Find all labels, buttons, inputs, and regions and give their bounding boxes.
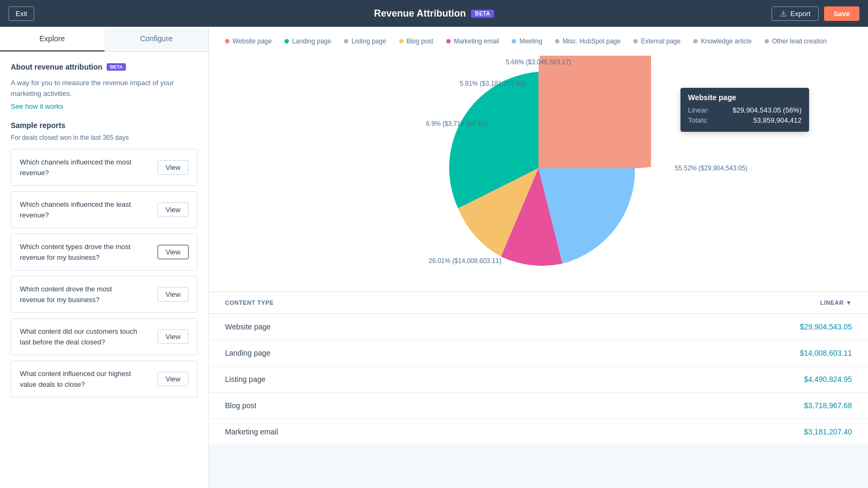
sample-card-text: Which channels influenced the least reve… [20, 199, 138, 220]
about-description: A way for you to measure the revenue imp… [11, 78, 198, 99]
table-row: Marketing email$3,181,207.40 [209, 419, 868, 445]
col-content-type: CONTENT TYPE [225, 299, 274, 306]
view-button[interactable]: View [158, 372, 189, 386]
days-label: For deals closed won in the last 365 day… [11, 134, 198, 141]
export-icon [780, 10, 787, 17]
table-cell-name: Blog post [225, 401, 256, 410]
table-row: Listing page$4,490,824.95 [209, 366, 868, 393]
table-cell-value: $14,008,603.11 [800, 349, 852, 357]
legend-dot [765, 39, 769, 43]
view-button[interactable]: View [158, 245, 189, 259]
tooltip-title: Website page [688, 93, 802, 102]
table-cell-value: $3,181,207.40 [804, 427, 852, 436]
save-button[interactable]: Save [824, 6, 859, 21]
legend-dot [399, 39, 403, 43]
export-button[interactable]: Export [772, 6, 819, 21]
sidebar-content: About revenue attribution BETA A way for… [0, 52, 208, 414]
main-layout: Explore Configure About revenue attribut… [0, 27, 868, 488]
sample-card-text: What content did our customers touch las… [20, 326, 138, 347]
sample-card: What content did our customers touch las… [11, 318, 198, 355]
beta-badge: BETA [471, 10, 493, 18]
legend-dot [555, 39, 559, 43]
sample-card-text: Which channels influenced the most reven… [20, 157, 138, 178]
col-linear[interactable]: LINEAR ▼ [820, 299, 852, 306]
legend-dot [285, 39, 289, 43]
sidebar-tabs: Explore Configure [0, 27, 208, 52]
legend-item: Blog post [399, 37, 433, 45]
tooltip-totals-label: Totals: [688, 116, 708, 124]
tab-explore[interactable]: Explore [0, 27, 104, 51]
table-row: Landing page$14,008,603.11 [209, 340, 868, 366]
legend-dot [512, 39, 516, 43]
sample-card-text: What content influenced our highest valu… [20, 369, 138, 389]
legend-label: Marketing email [454, 37, 499, 45]
chart-area: Website pageLanding pageListing pageBlog… [209, 27, 868, 292]
legend-label: External page [641, 37, 680, 45]
legend-label: Website page [233, 37, 272, 45]
view-button[interactable]: View [158, 202, 189, 217]
legend-dot [344, 39, 348, 43]
pie-label-landing: 26.01% ($14,008,603.11) [429, 257, 501, 265]
table-header: CONTENT TYPE LINEAR ▼ [209, 292, 868, 314]
legend-label: Landing page [292, 37, 331, 45]
legend-item: External page [633, 37, 680, 45]
view-button[interactable]: View [158, 287, 189, 302]
legend-dot [446, 39, 451, 43]
legend-label: Knowledge article [701, 37, 752, 45]
sample-card: Which content drove the most revenue for… [11, 276, 198, 313]
legend-item: Marketing email [446, 37, 499, 45]
tooltip-totals-value: 53,859,904,412 [753, 116, 802, 124]
header-title: Revenue Attribution [374, 8, 466, 19]
pie-label-meeting: 5.66% ($3,046,583.17) [506, 58, 571, 66]
sample-card-text: Which content drove the most revenue for… [20, 284, 138, 305]
main-content: Website pageLanding pageListing pageBlog… [209, 27, 868, 488]
sidebar: Explore Configure About revenue attribut… [0, 27, 209, 488]
sample-card-text: Which content types drove the most reven… [20, 242, 138, 262]
legend-dot [633, 39, 638, 43]
pie-label-blog: 6.9% ($3,718,967.68) [426, 120, 488, 127]
legend-item: Misc. HubSpot page [555, 37, 620, 45]
legend-label: Blog post [407, 37, 433, 45]
tooltip: Website page Linear: $29,904,543.05 (56%… [680, 88, 809, 132]
legend-item: Other lead creation [765, 37, 827, 45]
sample-card: What content influenced our highest valu… [11, 361, 198, 397]
see-how-link[interactable]: See how it works [11, 102, 63, 110]
sample-card: Which channels influenced the least reve… [11, 191, 198, 228]
table-area: CONTENT TYPE LINEAR ▼ Website page$29,90… [209, 292, 868, 445]
tooltip-linear-value: $29,904,543.05 (56%) [732, 106, 802, 114]
pie-chart [426, 56, 651, 281]
sample-reports-title: Sample reports [11, 121, 198, 130]
exit-button[interactable]: Exit [9, 6, 34, 21]
sample-card: Which content types drove the most reven… [11, 234, 198, 271]
header: Exit Revenue Attribution BETA Export Sav… [0, 0, 868, 27]
pie-wrapper: 5.66% ($3,046,583.17) 5.91% ($3,181,207.… [426, 56, 651, 281]
view-button[interactable]: View [158, 160, 189, 175]
tab-configure[interactable]: Configure [104, 27, 209, 51]
legend: Website pageLanding pageListing pageBlog… [225, 37, 852, 45]
sort-icon: ▼ [846, 299, 852, 306]
view-button[interactable]: View [158, 329, 189, 344]
pie-label-website: 55.52% ($29,904,543.05) [675, 164, 747, 172]
table-cell-value: $3,718,967.68 [804, 401, 852, 410]
header-center: Revenue Attribution BETA [374, 8, 494, 19]
header-actions: Export Save [772, 6, 859, 21]
legend-label: Misc. HubSpot page [563, 37, 620, 45]
legend-dot [693, 39, 698, 43]
table-row: Blog post$3,718,967.68 [209, 393, 868, 419]
table-cell-value: $4,490,824.95 [804, 375, 852, 384]
legend-label: Other lead creation [772, 37, 827, 45]
legend-label: Meeting [519, 37, 542, 45]
legend-label: Listing page [351, 37, 386, 45]
table-cell-name: Listing page [225, 375, 266, 384]
table-cell-name: Landing page [225, 349, 271, 357]
legend-item: Landing page [285, 37, 331, 45]
tooltip-linear-label: Linear: [688, 106, 709, 114]
tooltip-totals-row: Totals: 53,859,904,412 [688, 116, 802, 124]
table-rows: Website page$29,904,543.05Landing page$1… [209, 314, 868, 445]
tooltip-linear-row: Linear: $29,904,543.05 (56%) [688, 106, 802, 114]
pie-section: 5.66% ($3,046,583.17) 5.91% ($3,181,207.… [225, 56, 852, 281]
about-title: About revenue attribution BETA [11, 63, 198, 71]
legend-dot [225, 39, 229, 43]
legend-item: Knowledge article [693, 37, 752, 45]
legend-item: Listing page [344, 37, 386, 45]
